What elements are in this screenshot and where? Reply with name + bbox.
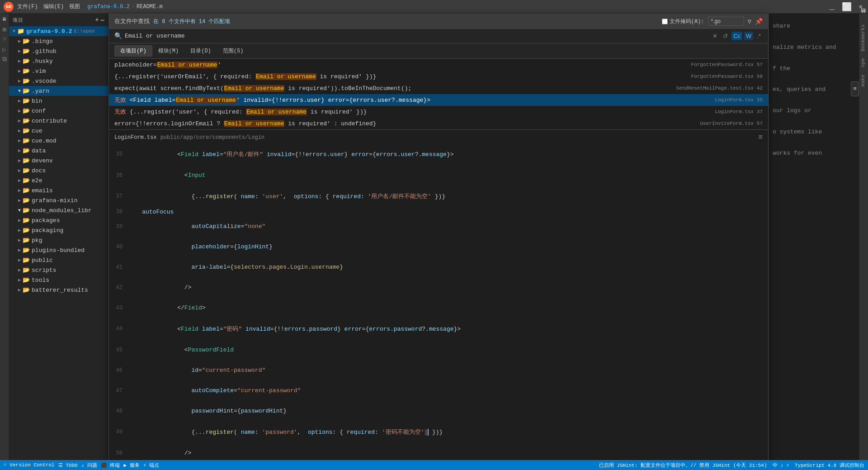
activity-debug[interactable]: ▷ xyxy=(0,45,9,53)
collapse-icon[interactable]: ⋯ xyxy=(101,16,104,24)
search-clear-btn[interactable]: ✕ xyxy=(711,32,719,40)
menu-file[interactable]: 文件(F) xyxy=(17,3,38,10)
result-row-6[interactable]: error={!!errors.loginOrEmail ? Email or … xyxy=(109,118,768,129)
status-endpoints[interactable]: ⚡ 端点 xyxy=(143,462,159,469)
result-text-2: {...register('userOrEmail', { required: … xyxy=(114,73,688,80)
sidebar-item-bingo[interactable]: ▶📂.bingo xyxy=(9,36,108,46)
code-line-43[interactable]: 43 </Field> xyxy=(109,298,768,318)
side-label-make[interactable]: make xyxy=(859,71,868,90)
code-line-47[interactable]: 47 autoComplete="current-password" xyxy=(109,380,768,401)
code-line-39[interactable]: 39 autoCapitalize="none" xyxy=(109,216,768,237)
activity-explorer[interactable]: ≡ xyxy=(0,15,9,24)
code-line-35[interactable]: 35 <Field label="用户名/邮件" invalid={!!erro… xyxy=(109,143,768,165)
status-terminal[interactable]: ⬛ 终端 xyxy=(101,462,120,469)
filter-icon[interactable]: ▽ xyxy=(748,18,751,25)
sidebar-item-contribute[interactable]: ▶📂contribute xyxy=(9,116,108,126)
search-input[interactable] xyxy=(125,33,708,39)
sidebar-item-cuemod[interactable]: ▶📂cue.mod xyxy=(9,136,108,146)
sidebar-item-public[interactable]: ▶📂public xyxy=(9,255,108,265)
tab-scope[interactable]: 范围(S) xyxy=(217,45,250,57)
sidebar-item-devenv[interactable]: ▶📂devenv xyxy=(9,156,108,166)
sidebar-item-bin[interactable]: ▶📂bin xyxy=(9,96,108,106)
sidebar-item-grafana-mixin[interactable]: ▶📂grafana-mixin xyxy=(9,195,108,205)
activity-search[interactable]: ⊞ xyxy=(0,25,9,33)
result-row-3[interactable]: expect(await screen.findByText(Email or … xyxy=(109,82,768,94)
result-text-5: 无效 {...register('user', { required: Emai… xyxy=(114,108,711,116)
pin-icon[interactable]: 📌 xyxy=(755,18,763,25)
sidebar-item-docs[interactable]: ▶📂docs xyxy=(9,166,108,176)
tab-module[interactable]: 模块(M) xyxy=(152,45,185,57)
main-layout: ≡ ⊞ ⑂ ▷ ⧉ 项目 + ⋯ ▼ 📁 grafana-9.0.2 E:\op… xyxy=(0,14,868,470)
sidebar-item-packages[interactable]: ▶📂packages xyxy=(9,215,108,225)
status-jshint-info[interactable]: 已启用 JSHint: 配置文件位于项目中。// 禁用 JSHint (今天 2… xyxy=(599,462,767,469)
top-bar-icon-1[interactable]: _ xyxy=(828,1,836,12)
preview-wrap-btn[interactable]: ≡ xyxy=(758,133,763,142)
code-line-48[interactable]: 48 passwordHint={passwordHint} xyxy=(109,401,768,421)
breadcrumb-part2[interactable]: README.m xyxy=(137,4,163,10)
menu-edit[interactable]: 编辑(E) xyxy=(43,3,64,10)
file-mask-checkbox[interactable] xyxy=(662,19,668,24)
new-file-icon[interactable]: + xyxy=(95,16,99,24)
sidebar-item-packaging[interactable]: ▶📂packaging xyxy=(9,225,108,235)
sidebar-item-github[interactable]: ▶📂.github xyxy=(9,46,108,56)
sidebar-item-root[interactable]: ▼ 📁 grafana-9.0.2 E:\open xyxy=(9,26,108,36)
regex-btn[interactable]: .* xyxy=(755,32,763,40)
sidebar-item-yarn[interactable]: ▼📂.yarn xyxy=(9,86,108,96)
sidebar-item-vscode[interactable]: ▶📂.vscode xyxy=(9,76,108,86)
code-line-37[interactable]: 37 {...register( name: 'user', options: … xyxy=(109,185,768,207)
code-line-36[interactable]: 36 <Input xyxy=(109,165,768,185)
code-line-44[interactable]: 44 <Field label="密码" invalid={!!errors.p… xyxy=(109,318,768,340)
sidebar-item-conf[interactable]: ▶📂conf xyxy=(9,106,108,116)
search-prev-btn[interactable]: ↺ xyxy=(721,32,730,40)
sidebar-item-cue[interactable]: ▶📂cue xyxy=(9,126,108,136)
sidebar-item-plugins-bundled[interactable]: ▶📂plugins-bundled xyxy=(9,245,108,255)
activity-extensions[interactable]: ⧉ xyxy=(0,55,9,63)
sidebar-item-husky[interactable]: ▶📂.husky xyxy=(9,56,108,66)
side-label-structure[interactable]: 结构 xyxy=(859,14,868,21)
result-filename-6: UserInviteForm.tsx 57 xyxy=(700,121,763,126)
activity-git[interactable]: ⑂ xyxy=(0,35,9,43)
sidebar-item-data[interactable]: ▶📂data xyxy=(9,146,108,156)
code-line-49[interactable]: 49 {...register( name: 'password', optio… xyxy=(109,421,768,443)
file-mask-input[interactable] xyxy=(708,17,744,26)
status-version-control[interactable]: ⑂ Version Control xyxy=(4,462,55,468)
result-row-5[interactable]: 无效 {...register('user', { required: Emai… xyxy=(109,106,768,118)
status-lang[interactable]: 中 ♪ ⚡ xyxy=(773,462,789,469)
status-problems[interactable]: ⚠ 问题 xyxy=(81,462,97,469)
top-bar-icon-2[interactable]: ⬜ xyxy=(840,1,854,13)
top-bar-icon-3[interactable]: ✕ xyxy=(857,2,864,11)
sidebar-item-vim[interactable]: ▶📂.vim xyxy=(9,66,108,76)
case-sensitive-btn[interactable]: Cc xyxy=(731,32,742,40)
side-label-npm[interactable]: npm xyxy=(859,55,868,71)
status-todo[interactable]: ☰ TODO xyxy=(58,462,78,468)
code-line-45[interactable]: 45 <PasswordField xyxy=(109,340,768,360)
result-row-2[interactable]: {...register('userOrEmail', { required: … xyxy=(109,71,768,82)
sidebar-item-pkg[interactable]: ▶📂pkg xyxy=(9,235,108,245)
result-row-1[interactable]: placeholder=Email or username' Forgotten… xyxy=(109,59,768,71)
sidebar-item-emails[interactable]: ▶📂emails xyxy=(9,185,108,195)
preview-file-name: LoginForm.tsx xyxy=(114,134,157,141)
tab-directory[interactable]: 目录(D) xyxy=(184,45,217,57)
whole-word-btn[interactable]: W xyxy=(744,32,753,40)
code-line-41[interactable]: 41 aria-label={selectors.pages.Login.use… xyxy=(109,257,768,277)
copy-button[interactable]: ≡ xyxy=(851,81,859,96)
sidebar-item-node-modules[interactable]: ▼📂node_modules_libr xyxy=(9,205,108,215)
sidebar-item-e2e[interactable]: ▶📂e2e xyxy=(9,176,108,185)
side-label-bookmarks[interactable]: Bookmarks xyxy=(859,21,868,55)
right-text-share: share xyxy=(773,21,855,31)
tab-project[interactable]: 在项目(P) xyxy=(114,45,152,57)
status-services[interactable]: ▶ 服务 xyxy=(123,462,139,469)
code-line-46[interactable]: 46 id="current-password" xyxy=(109,360,768,380)
code-line-42[interactable]: 42 /> xyxy=(109,277,768,298)
status-typescript[interactable]: TypeScript 4.6 调试控制台 xyxy=(795,462,864,469)
sidebar-item-batterer[interactable]: ▶📂batterer_results xyxy=(9,285,108,295)
search-input-actions: ✕ ↺ Cc W .* xyxy=(711,32,763,40)
menu-view[interactable]: 视图 xyxy=(69,3,80,10)
breadcrumb-part1[interactable]: grafana-9.0.2 xyxy=(87,4,130,10)
result-text-6: error={!!errors.loginOrEmail ? Email or … xyxy=(114,120,696,127)
code-line-40[interactable]: 40 placeholder={loginHint} xyxy=(109,237,768,257)
code-line-38[interactable]: 38 autoFocus xyxy=(109,207,768,216)
result-row-4[interactable]: 无效 <Field label=Email or username' inval… xyxy=(109,94,768,106)
sidebar-item-scripts[interactable]: ▶📂scripts xyxy=(9,265,108,275)
sidebar-item-tools[interactable]: ▶📂tools xyxy=(9,275,108,285)
